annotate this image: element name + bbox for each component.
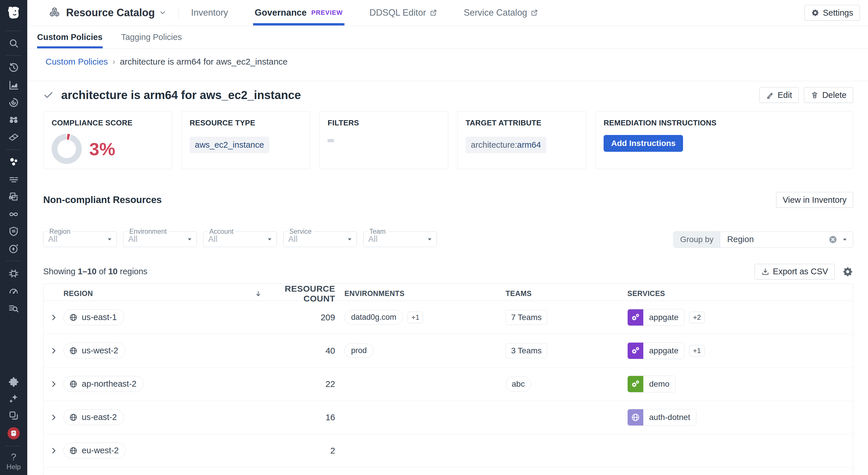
header-environments[interactable]: ENVIRONMENTS xyxy=(338,290,502,298)
export-label: Export as CSV xyxy=(773,267,828,276)
divider xyxy=(27,81,868,81)
filter-select-environment[interactable]: EnvironmentAll xyxy=(123,231,197,247)
header-teams[interactable]: TEAMS xyxy=(502,290,625,298)
external-link-icon xyxy=(531,9,538,16)
policy-actions: Edit Delete xyxy=(759,87,853,103)
region-pill[interactable]: us-east-1 xyxy=(63,309,124,325)
view-in-inventory-button[interactable]: View in Inventory xyxy=(776,192,853,208)
team-pill[interactable]: 7 Teams xyxy=(506,310,547,325)
filter-select-service[interactable]: ServiceAll xyxy=(283,231,357,247)
chevron-right-icon[interactable] xyxy=(50,447,58,455)
policy-title-row: architecture is arm64 for aws_ec2_instan… xyxy=(43,87,853,103)
row-expand-cell xyxy=(43,413,61,421)
sidebar-item-security-shield[interactable] xyxy=(8,226,20,237)
nav-service-catalog[interactable]: Service Catalog xyxy=(464,0,538,26)
nav-ddsql-editor[interactable]: DDSQL Editor xyxy=(369,0,437,26)
header-resource-count[interactable]: RESOURCE COUNT xyxy=(252,284,338,304)
sidebar-item-metrics[interactable] xyxy=(8,79,20,91)
sidebar-item-history[interactable] xyxy=(8,62,20,74)
edit-button[interactable]: Edit xyxy=(759,87,799,103)
export-csv-button[interactable]: Export as CSV xyxy=(755,264,835,279)
chevron-right-icon[interactable] xyxy=(50,347,58,355)
audit-search-icon xyxy=(8,303,19,314)
sidebar-item-watchdog[interactable] xyxy=(8,114,20,126)
globe-icon xyxy=(631,413,640,422)
add-instructions-button[interactable]: Add Instructions xyxy=(603,135,683,152)
region-cell: us-east-1 xyxy=(61,309,252,325)
logs-icon xyxy=(8,174,19,185)
team-pill[interactable]: 3 Teams xyxy=(506,343,547,358)
sidebar-item-infrastructure[interactable] xyxy=(8,132,20,143)
more-services-pill[interactable]: +1 xyxy=(689,345,705,357)
sidebar-item-audit-search[interactable] xyxy=(8,302,20,314)
non-compliant-section-header: Non-compliant Resources View in Inventor… xyxy=(43,186,853,213)
filter-select-account[interactable]: AccountAll xyxy=(203,231,277,247)
datadog-logo[interactable] xyxy=(0,0,27,26)
filter-value: All xyxy=(128,234,137,244)
service-pill[interactable]: appgate xyxy=(627,342,684,359)
gears-icon xyxy=(631,346,640,355)
delete-button[interactable]: Delete xyxy=(804,87,853,103)
region-cell: us-east-2 xyxy=(61,409,252,425)
filters-row: RegionAllEnvironmentAllAccountAllService… xyxy=(43,231,853,248)
resource-type-tag[interactable]: aws_ec2_instance xyxy=(190,137,269,153)
filter-select-team[interactable]: TeamAll xyxy=(363,231,437,247)
region-pill[interactable]: us-east-2 xyxy=(63,409,124,425)
chevron-right-icon[interactable] xyxy=(50,313,58,321)
sidebar-item-workspaces-copy[interactable] xyxy=(8,410,20,421)
header-region[interactable]: REGION xyxy=(61,290,252,298)
region-pill[interactable]: eu-west-2 xyxy=(63,443,126,459)
clear-icon[interactable] xyxy=(829,235,837,244)
sidebar-item-integrations-puzzle[interactable] xyxy=(8,376,20,388)
tab-custom-policies[interactable]: Custom Policies xyxy=(37,26,103,48)
help-button[interactable]: ? Help xyxy=(6,452,21,471)
sort-descending-icon xyxy=(255,290,262,298)
sidebar-item-bits-sparkles[interactable] xyxy=(8,393,20,405)
nav-inventory[interactable]: Inventory xyxy=(191,0,228,26)
compliance-score-card: COMPLIANCE SCORE 3% xyxy=(43,111,172,169)
sidebar-item-gauge[interactable] xyxy=(8,285,20,297)
nav-label: Service Catalog xyxy=(464,7,527,18)
service-icon xyxy=(628,376,643,392)
user-avatar[interactable] xyxy=(7,427,20,440)
settings-button[interactable]: Settings xyxy=(805,5,860,21)
sidebar-item-dashboards[interactable] xyxy=(8,191,20,202)
table-settings-gear-icon[interactable] xyxy=(842,266,853,277)
more-services-pill[interactable]: +2 xyxy=(689,312,705,323)
card-label: REMEDIATION INSTRUCTIONS xyxy=(603,118,845,128)
header-services[interactable]: SERVICES xyxy=(625,290,853,298)
group-by-control[interactable]: Group by Region xyxy=(674,231,853,248)
sidebar-item-error-tracking-bug[interactable] xyxy=(8,268,20,279)
team-pill[interactable]: abc xyxy=(506,376,531,392)
tab-tagging-policies[interactable]: Tagging Policies xyxy=(121,26,182,48)
more-environments-pill[interactable]: +1 xyxy=(408,312,423,323)
sidebar-item-apm[interactable] xyxy=(8,97,20,108)
service-pill[interactable]: appgate xyxy=(627,309,684,326)
nav-governance[interactable]: Governance PREVIEW xyxy=(255,0,343,26)
sidebar-item-resource-catalog-hexagons[interactable] xyxy=(8,156,20,168)
app-switcher[interactable]: Resource Catalog xyxy=(48,0,166,26)
target-attribute-tag[interactable]: architecture:arm64 xyxy=(466,137,546,153)
sidebar-item-logs[interactable] xyxy=(8,173,20,185)
service-pill[interactable]: auth-dotnet xyxy=(627,409,696,426)
card-label: FILTERS xyxy=(328,118,440,128)
sidebar-item-synthetics[interactable] xyxy=(8,243,20,255)
environment-pill[interactable]: datad0g.com xyxy=(344,310,403,325)
row-expand-cell xyxy=(43,447,61,455)
chevron-right-icon[interactable] xyxy=(50,413,58,421)
environment-pill[interactable]: prod xyxy=(344,343,373,358)
region-cell: eu-west-2 xyxy=(61,443,252,459)
service-pill[interactable]: demo xyxy=(627,376,676,393)
divider xyxy=(6,446,22,446)
breadcrumb-parent-link[interactable]: Custom Policies xyxy=(45,57,108,67)
tabs-bar: Custom Policies Tagging Policies xyxy=(27,26,868,49)
chevron-right-icon[interactable] xyxy=(50,380,58,388)
filter-select-region[interactable]: RegionAll xyxy=(43,231,117,247)
region-pill[interactable]: ap-northeast-2 xyxy=(63,376,144,392)
sidebar-item-ci-pipelines[interactable] xyxy=(8,208,20,220)
filter-value: All xyxy=(48,234,57,244)
resource-count-cell: 16 xyxy=(252,412,338,422)
sidebar-item-search[interactable] xyxy=(8,37,20,49)
region-pill[interactable]: us-west-2 xyxy=(63,343,126,359)
dashboards-icon xyxy=(8,191,19,202)
